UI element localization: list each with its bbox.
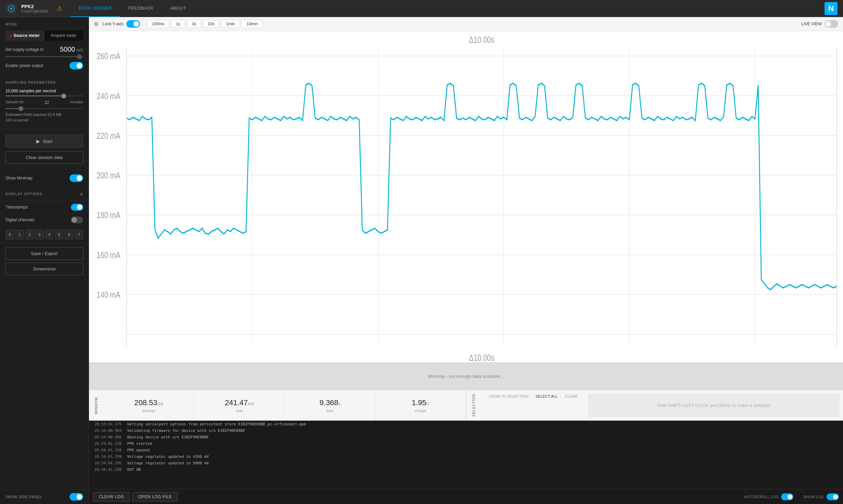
time-10min[interactable]: 10min	[241, 20, 263, 28]
time-10s[interactable]: 10s	[203, 20, 219, 28]
clear-session-button[interactable]: Clear session data	[5, 151, 83, 164]
select-all-btn[interactable]: SELECT ALL	[534, 394, 563, 399]
selection-hint: Hold SHIFT+LEFT CLICK and DRAG to make a…	[588, 394, 840, 417]
app-sub: E1B2F90E88BE	[21, 9, 49, 13]
time-1s[interactable]: 1s	[171, 20, 186, 28]
voltage-label: Set supply voltage to	[5, 47, 43, 52]
mode-buttons: Source meter Ampere meter	[5, 30, 83, 41]
log-msg-2: Opening device with s/n E1B2F90E88BE	[127, 435, 208, 439]
chevron-up-icon: ∧	[80, 191, 83, 197]
channel-1-btn[interactable]: 1	[15, 230, 24, 239]
zoom-to-selection-btn[interactable]: ZOOM TO SELECTION	[487, 394, 534, 399]
sample-for-unit: minutes	[70, 100, 83, 104]
display-options-header[interactable]: DISPLAY OPTIONS ∧	[0, 187, 89, 201]
time-value-group: 9.368s	[320, 398, 341, 407]
timestamps-toggle[interactable]	[71, 204, 83, 211]
start-button[interactable]: ▶ Start	[5, 135, 83, 148]
svg-text:Δ10.00s: Δ10.00s	[469, 353, 494, 362]
show-log-label: SHOW LOG	[803, 495, 824, 499]
stats-bar: WINDOW 208.53mA average 241.47mA max	[89, 390, 843, 421]
timestamps-label: Timestamps	[5, 205, 28, 210]
window-label-col: WINDOW	[89, 390, 104, 421]
power-output-row: Enable power output	[5, 62, 83, 69]
show-log-row: SHOW LOG	[803, 493, 839, 500]
log-time-2: 20:34:00.986	[94, 435, 122, 439]
minimap-label: Show Minimap	[5, 176, 33, 181]
top-nav: PPK2 E1B2F90E88BE ⚠ DATA LOGGER FEEDBACK…	[0, 0, 843, 17]
voltage-slider[interactable]	[5, 56, 83, 57]
sampling-slider[interactable]	[5, 95, 83, 96]
digital-channels-row: Digital channels	[0, 214, 89, 226]
window-label: WINDOW	[94, 397, 98, 414]
power-toggle[interactable]	[69, 62, 83, 69]
svg-rect-1	[89, 31, 843, 362]
channel-2-btn[interactable]: 2	[25, 230, 34, 239]
source-meter-btn[interactable]: Source meter	[5, 30, 44, 41]
channel-4-btn[interactable]: 4	[45, 230, 54, 239]
time-100ms[interactable]: 100ms	[147, 20, 169, 28]
ampere-meter-btn[interactable]: Ampere meter	[44, 30, 84, 41]
time-1min[interactable]: 1min	[221, 20, 240, 28]
digital-channels-toggle[interactable]	[71, 216, 83, 223]
nav-tab-about[interactable]: ABOUT	[162, 0, 194, 17]
max-value-group: 241.47mA	[225, 398, 254, 407]
channel-0-btn[interactable]: 0	[5, 230, 14, 239]
log-time-1: 20:34:00.984	[94, 428, 122, 433]
voltage-unit: mV	[77, 48, 84, 53]
clear-selection-btn[interactable]: CLEAR	[563, 394, 579, 399]
open-log-file-button[interactable]: OPEN LOG FILE	[132, 492, 178, 502]
voltage-input[interactable]	[48, 45, 75, 53]
log-entry-5: 20:34:03.298 Voltage regulator updated t…	[89, 453, 843, 460]
lock-y-toggle[interactable]	[126, 20, 140, 28]
channel-6-btn[interactable]: 6	[65, 230, 73, 239]
stat-max: 241.47mA max	[194, 390, 285, 421]
channel-5-btn[interactable]: 5	[55, 230, 63, 239]
sample-for-value: 22	[44, 100, 49, 105]
side-panel: MODE Source meter Ampere meter Set suppl…	[0, 17, 89, 504]
live-view-toggle[interactable]	[825, 20, 838, 28]
mode-section: MODE Source meter Ampere meter Set suppl…	[0, 17, 89, 75]
average-value: 208.53	[134, 398, 157, 407]
svg-text:260 mA: 260 mA	[97, 51, 120, 61]
nav-tab-feedback[interactable]: FEEDBACK	[120, 0, 162, 17]
channel-3-btn[interactable]: 3	[35, 230, 44, 239]
log-entry-1: 20:34:00.984 Validating firmware for dev…	[89, 427, 843, 434]
warning-icon: ⚠	[57, 5, 62, 12]
show-log-toggle[interactable]	[827, 493, 839, 500]
gear-icon[interactable]: ⚙	[94, 21, 99, 27]
log-msg-6: Voltage regulator updated to 5000 mV	[127, 461, 208, 465]
show-side-panel-toggle[interactable]	[69, 493, 83, 501]
log-footer: CLEAR LOG OPEN LOG FILE AUTOSCROLL LOG S…	[89, 489, 843, 504]
minimap-toggle-row: Show Minimap	[0, 170, 89, 187]
main-content: ⚙ Lock Y-axis 100ms 1s 3s 10s 1min 10min…	[89, 17, 843, 504]
digital-channels-section: 0 1 2 3 4 5 6 7	[0, 226, 89, 243]
show-side-panel-label: SHOW SIDE PANEL	[5, 495, 42, 499]
sample-for-row: Sample for 22 minutes	[5, 100, 83, 105]
start-section: ▶ Start Clear session data	[0, 129, 89, 170]
selection-actions: ZOOM TO SELECTION SELECT ALL CLEAR	[481, 390, 585, 421]
nav-tab-data-logger[interactable]: DATA LOGGER	[71, 0, 120, 17]
clear-log-button[interactable]: CLEAR LOG	[93, 492, 130, 502]
sampling-section: SAMPLING PARAMETERS 10,000 samples per s…	[0, 75, 89, 129]
chart-wrapper[interactable]: 260 mA 240 mA 220 mA 200 mA 180 mA 160 m…	[89, 31, 843, 362]
screenshot-button[interactable]: Screenshot	[5, 263, 83, 275]
chart-toolbar: ⚙ Lock Y-axis 100ms 1s 3s 10s 1min 10min…	[89, 17, 843, 31]
digital-channels-label: Digital channels	[5, 217, 35, 222]
save-export-button[interactable]: Save / Export	[5, 247, 83, 260]
stats-selection: SELECTION ZOOM TO SELECTION SELECT ALL C…	[466, 390, 843, 421]
log-time-3: 20:34:01.330	[94, 441, 122, 446]
time-unit: s	[339, 401, 341, 406]
period-label: 100 us period	[5, 118, 83, 122]
autoscroll-toggle[interactable]	[781, 493, 793, 500]
minimap-area: Minimap - not enough data available...	[89, 362, 843, 390]
svg-text:180 mA: 180 mA	[97, 210, 120, 220]
log-area[interactable]: 20:33:54.375 Getting serialport options …	[89, 421, 843, 489]
log-entry-7: 20:36:41.290 DUT ON	[89, 466, 843, 473]
minimap-toggle[interactable]	[69, 174, 83, 182]
sample-for-slider[interactable]	[5, 108, 83, 109]
charge-value-group: 1.95C	[412, 398, 430, 407]
log-msg-7: DUT ON	[127, 467, 141, 472]
time-3s[interactable]: 3s	[187, 20, 201, 28]
channel-7-btn[interactable]: 7	[75, 230, 83, 239]
sampling-rate: 10,000 samples per second	[5, 89, 56, 93]
